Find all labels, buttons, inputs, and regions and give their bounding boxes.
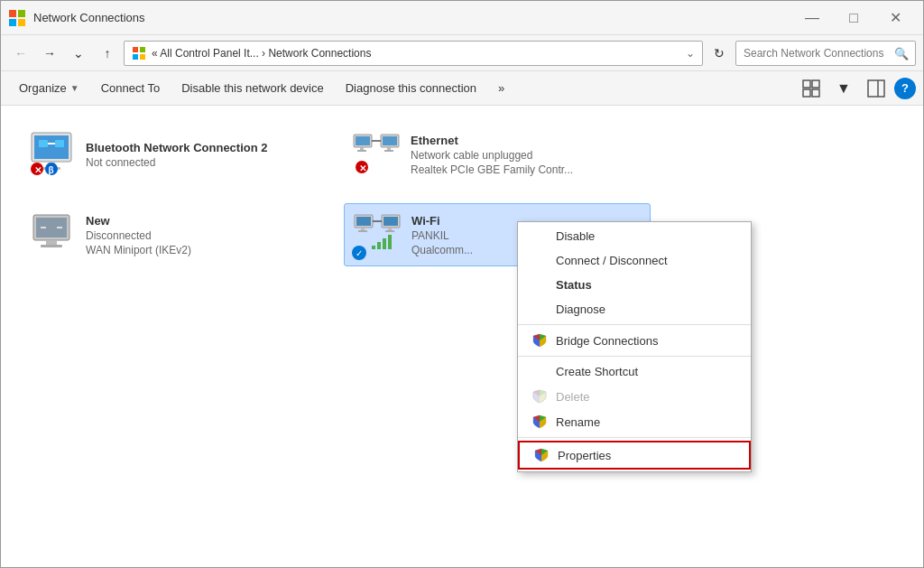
main-window: Network Connections — □ ✕ ← → ⌄ ↑ « All … (0, 0, 924, 568)
svg-rect-53 (383, 238, 386, 249)
wifi-name: Wi-Fi (411, 214, 473, 228)
recent-locations-button[interactable]: ⌄ (66, 41, 91, 66)
new-status: Disconnected (86, 229, 191, 242)
ctx-sep-1 (518, 324, 751, 325)
rename-shield-icon (532, 414, 547, 429)
new-info: New Disconnected WAN Miniport (IKEv2) (86, 214, 191, 256)
svg-rect-31 (387, 147, 391, 150)
svg-rect-3 (18, 19, 25, 26)
organize-chevron-icon: ▼ (70, 83, 79, 93)
ethernet-icon-wrap: ✕ (353, 131, 400, 178)
svg-rect-9 (812, 80, 819, 88)
back-button[interactable]: ← (8, 41, 33, 66)
network-grid: ✕ β Bluetooth Network Connection 2 Not c… (1, 106, 923, 284)
svg-rect-8 (803, 80, 810, 88)
close-button[interactable]: ✕ (874, 1, 916, 35)
help-button[interactable]: ? (894, 78, 916, 99)
svg-rect-5 (140, 47, 145, 52)
svg-rect-2 (9, 19, 16, 26)
window-icon (8, 9, 26, 27)
svg-rect-38 (46, 240, 57, 245)
svg-rect-48 (388, 228, 392, 230)
svg-rect-11 (812, 89, 819, 97)
diagnose-button[interactable]: Diagnose this connection (335, 74, 487, 103)
svg-rect-45 (358, 230, 367, 232)
svg-rect-39 (41, 245, 62, 247)
svg-rect-4 (133, 47, 138, 52)
properties-shield-icon (534, 448, 549, 462)
context-menu: Disable Connect / Disconnect Status Diag… (517, 221, 752, 472)
address-path: « All Control Panel It... › Network Conn… (152, 47, 680, 60)
ethernet-info: Ethernet Network cable unplugged Realtek… (411, 134, 573, 176)
network-item-new[interactable]: New Disconnected WAN Miniport (IKEv2) (19, 203, 326, 266)
window-title: Network Connections (33, 11, 791, 24)
svg-rect-54 (388, 235, 392, 249)
network-item-ethernet[interactable]: ✕ Ethernet Network cable unplugged Realt… (344, 124, 651, 185)
svg-rect-16 (39, 140, 48, 147)
svg-rect-1 (18, 10, 25, 17)
ctx-bridge[interactable]: Bridge Connections (518, 328, 751, 353)
svg-rect-28 (357, 150, 366, 152)
svg-rect-10 (803, 89, 810, 97)
ctx-delete: Delete (518, 384, 751, 409)
svg-text:✕: ✕ (359, 163, 366, 173)
refresh-button[interactable]: ↻ (707, 41, 732, 66)
address-bar: ← → ⌄ ↑ « All Control Panel It... › Netw… (1, 35, 923, 71)
toolbar: Organize ▼ Connect To Disable this netwo… (1, 71, 923, 106)
view-options-button[interactable] (797, 76, 826, 101)
ctx-diagnose[interactable]: Diagnose (518, 297, 751, 321)
address-chevron-icon[interactable]: ⌄ (686, 47, 695, 60)
title-bar: Network Connections — □ ✕ (1, 1, 923, 35)
ethernet-adapter: Realtek PCIe GBE Family Contr... (411, 163, 573, 176)
new-name: New (86, 214, 191, 228)
wifi-info: Wi-Fi PANKIL Qualcomm... (411, 214, 473, 256)
bluetooth-name: Bluetooth Network Connection 2 (86, 141, 268, 154)
ctx-disable[interactable]: Disable (518, 224, 751, 248)
main-content: ✕ β Bluetooth Network Connection 2 Not c… (1, 106, 923, 567)
organize-button[interactable]: Organize ▼ (8, 74, 90, 103)
view-chevron-button[interactable]: ▼ (829, 76, 858, 101)
maximize-button[interactable]: □ (833, 1, 874, 35)
svg-rect-7 (140, 54, 145, 60)
svg-rect-27 (360, 147, 364, 150)
more-toolbar-button[interactable]: » (487, 74, 515, 103)
ctx-rename[interactable]: Rename (518, 409, 751, 434)
svg-rect-47 (383, 217, 398, 226)
svg-rect-15 (34, 135, 69, 159)
search-input[interactable] (735, 41, 916, 66)
svg-text:β: β (49, 165, 54, 175)
svg-text:✕: ✕ (34, 165, 42, 175)
up-button[interactable]: ↑ (95, 41, 120, 66)
wifi-icon-wrap: ✓ (354, 211, 401, 258)
toolbar-right: ▼ ? (797, 76, 916, 101)
svg-rect-17 (55, 140, 64, 147)
title-bar-controls: — □ ✕ (791, 1, 916, 35)
svg-rect-43 (356, 217, 371, 226)
forward-button[interactable]: → (37, 41, 62, 66)
svg-rect-44 (361, 228, 365, 230)
address-field[interactable]: « All Control Panel It... › Network Conn… (124, 41, 703, 66)
ctx-status[interactable]: Status (518, 273, 751, 297)
minimize-button[interactable]: — (791, 1, 833, 35)
connect-to-button[interactable]: Connect To (90, 74, 171, 103)
ctx-shortcut[interactable]: Create Shortcut (518, 359, 751, 384)
bridge-shield-icon (532, 333, 547, 348)
ctx-properties[interactable]: Properties (518, 441, 751, 470)
svg-rect-30 (383, 136, 397, 145)
ethernet-status: Network cable unplugged (411, 149, 573, 162)
wifi-check-icon: ✓ (352, 246, 366, 260)
ctx-sep-3 (518, 437, 751, 438)
ctx-connect-disconnect[interactable]: Connect / Disconnect (518, 248, 751, 273)
svg-rect-26 (356, 136, 370, 145)
bluetooth-status: Not connected (86, 156, 268, 169)
disable-device-button[interactable]: Disable this network device (171, 74, 335, 103)
preview-pane-button[interactable] (862, 76, 891, 101)
bluetooth-icon-wrap: ✕ β (28, 131, 75, 178)
ctx-sep-2 (518, 356, 751, 357)
svg-rect-12 (868, 80, 884, 97)
svg-rect-52 (377, 242, 381, 249)
svg-rect-6 (133, 54, 138, 60)
search-box-wrap: 🔍 (735, 41, 916, 66)
bluetooth-info: Bluetooth Network Connection 2 Not conne… (86, 141, 268, 169)
network-item-bluetooth[interactable]: ✕ β Bluetooth Network Connection 2 Not c… (19, 124, 326, 185)
